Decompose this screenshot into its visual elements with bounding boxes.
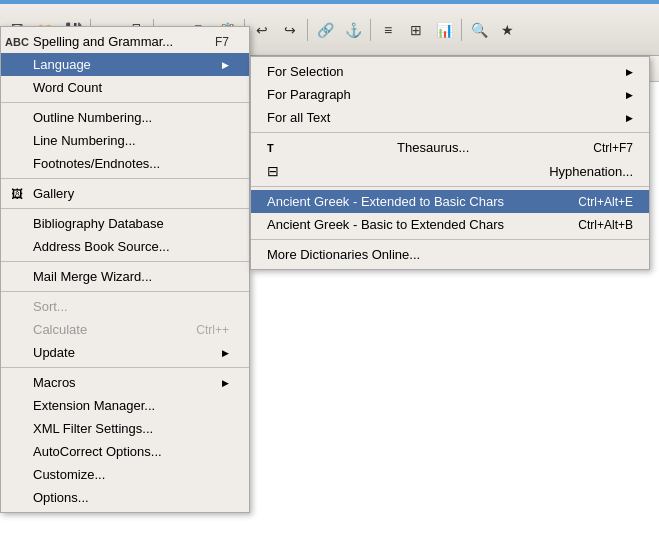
toolbar-btn-16[interactable]: 🔍 <box>466 17 492 43</box>
forselection-arrow: ▶ <box>626 67 633 77</box>
lang-item-hyphenation[interactable]: ⊟ Hyphenation... <box>251 159 649 183</box>
lang-item-forselection[interactable]: For Selection ▶ <box>251 60 649 83</box>
menu-item-options[interactable]: Options... <box>1 486 249 509</box>
menu-item-language[interactable]: Language ▶ <box>1 53 249 76</box>
toolbar-btn-9[interactable]: ↩ <box>249 17 275 43</box>
menu-item-update[interactable]: Update ▶ <box>1 341 249 364</box>
sep-5 <box>1 291 249 292</box>
sep-6 <box>1 367 249 368</box>
toolbar-sep-5 <box>370 19 371 41</box>
menu-item-address[interactable]: Address Book Source... <box>1 235 249 258</box>
toolbar-btn-12[interactable]: ⚓ <box>340 17 366 43</box>
menu-item-wordcount[interactable]: Word Count <box>1 76 249 99</box>
lang-item-thesaurus[interactable]: T Thesaurus... Ctrl+F7 <box>251 136 649 159</box>
menu-item-calculate: Calculate Ctrl++ <box>1 318 249 341</box>
sep-2 <box>1 178 249 179</box>
sep-1 <box>1 102 249 103</box>
lang-item-foralltext[interactable]: For all Text ▶ <box>251 106 649 129</box>
gallery-icon: 🖼 <box>7 187 27 201</box>
menu-item-macros[interactable]: Macros ▶ <box>1 371 249 394</box>
lang-sep-1 <box>251 132 649 133</box>
lang-item-ancient-basic[interactable]: Ancient Greek - Basic to Extended Chars … <box>251 213 649 236</box>
toolbar-sep-6 <box>461 19 462 41</box>
lang-sep-2 <box>251 186 649 187</box>
menu-item-customize[interactable]: Customize... <box>1 463 249 486</box>
tools-dropdown: ABC Spelling and Grammar... F7 Language … <box>0 26 250 513</box>
menu-item-xmlfilter[interactable]: XML Filter Settings... <box>1 417 249 440</box>
lang-sep-3 <box>251 239 649 240</box>
menu-item-spelling[interactable]: ABC Spelling and Grammar... F7 <box>1 30 249 53</box>
foralltext-arrow: ▶ <box>626 113 633 123</box>
menu-item-mailmerge[interactable]: Mail Merge Wizard... <box>1 265 249 288</box>
forparagraph-arrow: ▶ <box>626 90 633 100</box>
update-submenu-arrow: ▶ <box>222 348 229 358</box>
menu-item-sort: Sort... <box>1 295 249 318</box>
lang-item-more-dicts[interactable]: More Dictionaries Online... <box>251 243 649 266</box>
language-dropdown: For Selection ▶ For Paragraph ▶ For all … <box>250 56 650 270</box>
menu-item-line[interactable]: Line Numbering... <box>1 129 249 152</box>
menu-item-gallery[interactable]: 🖼 Gallery <box>1 182 249 205</box>
menu-item-outline[interactable]: Outline Numbering... <box>1 106 249 129</box>
sep-4 <box>1 261 249 262</box>
thesaurus-icon: T <box>267 142 287 154</box>
lang-item-ancient-extended[interactable]: Ancient Greek - Extended to Basic Chars … <box>251 190 649 213</box>
toolbar-btn-15[interactable]: 📊 <box>431 17 457 43</box>
menu-item-autocorrect[interactable]: AutoCorrect Options... <box>1 440 249 463</box>
language-submenu-arrow: ▶ <box>222 60 229 70</box>
toolbar-btn-11[interactable]: 🔗 <box>312 17 338 43</box>
toolbar-btn-13[interactable]: ≡ <box>375 17 401 43</box>
toolbar-btn-10[interactable]: ↪ <box>277 17 303 43</box>
menu-item-bibliography[interactable]: Bibliography Database <box>1 212 249 235</box>
lang-item-forparagraph[interactable]: For Paragraph ▶ <box>251 83 649 106</box>
spelling-icon: ABC <box>7 36 27 48</box>
macros-submenu-arrow: ▶ <box>222 378 229 388</box>
menu-item-extension[interactable]: Extension Manager... <box>1 394 249 417</box>
toolbar-btn-14[interactable]: ⊞ <box>403 17 429 43</box>
menu-item-footnotes[interactable]: Footnotes/Endnotes... <box>1 152 249 175</box>
hyphen-icon: ⊟ <box>267 163 287 179</box>
sep-3 <box>1 208 249 209</box>
toolbar-sep-4 <box>307 19 308 41</box>
toolbar-btn-17[interactable]: ★ <box>494 17 520 43</box>
